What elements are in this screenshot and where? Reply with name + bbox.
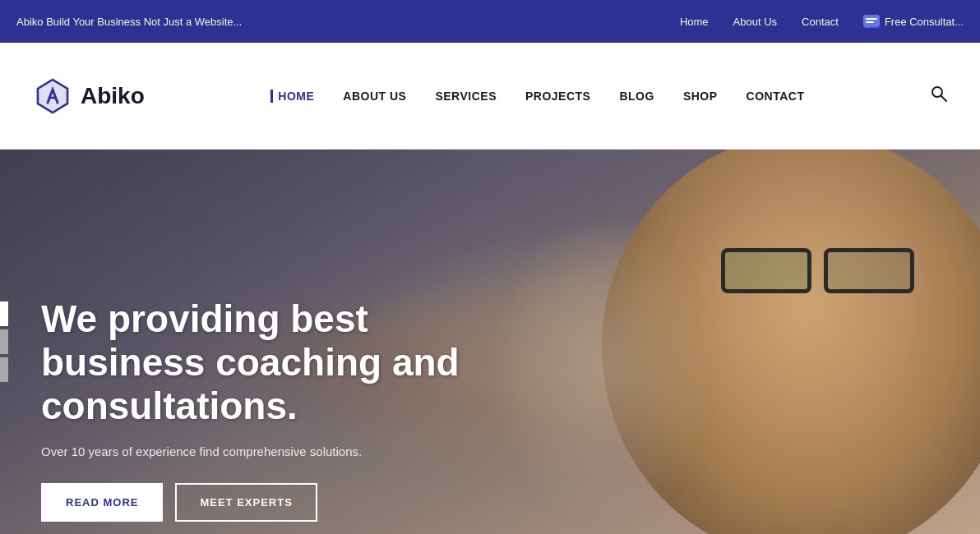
hero-title: We providing best business coaching and … xyxy=(41,297,493,428)
svg-line-8 xyxy=(941,96,946,101)
nav-link-home[interactable]: HOME xyxy=(270,90,314,103)
nav-link-blog[interactable]: BLOG xyxy=(619,90,654,103)
top-tagline: Abiko Build Your Business Not Just a Web… xyxy=(16,16,242,28)
svg-rect-3 xyxy=(866,21,874,23)
logo[interactable]: Abiko xyxy=(33,76,145,116)
free-consult-btn[interactable]: Free Consultat... xyxy=(863,15,964,28)
nav-item-about[interactable]: ABOUT US xyxy=(343,89,406,104)
top-nav-contact[interactable]: Contact xyxy=(802,16,839,28)
svg-rect-0 xyxy=(863,15,880,26)
nav-item-home[interactable]: HOME xyxy=(270,89,314,104)
top-bar: Abiko Build Your Business Not Just a Web… xyxy=(0,0,980,43)
logo-icon xyxy=(33,76,72,116)
logo-text: Abiko xyxy=(81,83,145,109)
top-nav-about[interactable]: About Us xyxy=(733,16,777,28)
meet-experts-button[interactable]: MEET EXPERTS xyxy=(175,483,317,522)
read-more-button[interactable]: READ MORE xyxy=(41,483,163,522)
hero-section: We providing best business coaching and … xyxy=(0,150,980,534)
nav-item-contact[interactable]: CONTACT xyxy=(747,89,805,104)
free-consult-label: Free Consultat... xyxy=(885,16,964,28)
nav-item-blog[interactable]: BLOG xyxy=(619,89,654,104)
svg-marker-1 xyxy=(867,26,870,28)
nav-link-shop[interactable]: SHOP xyxy=(683,90,718,103)
main-nav: Abiko HOME ABOUT US SERVICES PROJECTS BL… xyxy=(0,43,980,150)
hero-content: We providing best business coaching and … xyxy=(41,297,493,522)
search-button[interactable] xyxy=(931,85,947,106)
nav-item-shop[interactable]: SHOP xyxy=(683,89,718,104)
scroll-dot-1 xyxy=(0,302,8,326)
hero-subtitle: Over 10 years of experience find compreh… xyxy=(41,444,493,458)
nav-links: HOME ABOUT US SERVICES PROJECTS BLOG SHO… xyxy=(270,89,804,104)
scroll-dot-3 xyxy=(0,357,8,382)
nav-link-projects[interactable]: PROJECTS xyxy=(525,90,590,103)
scroll-indicator xyxy=(0,302,8,382)
nav-link-services[interactable]: SERVICES xyxy=(435,90,497,103)
chat-icon xyxy=(863,15,880,28)
top-nav-home[interactable]: Home xyxy=(680,16,709,28)
svg-marker-4 xyxy=(36,78,69,114)
svg-point-7 xyxy=(932,87,942,97)
nav-link-about[interactable]: ABOUT US xyxy=(343,90,406,103)
nav-link-contact[interactable]: CONTACT xyxy=(747,90,805,103)
nav-item-services[interactable]: SERVICES xyxy=(435,89,497,104)
hero-image-overlay xyxy=(487,150,980,534)
nav-item-projects[interactable]: PROJECTS xyxy=(525,89,590,104)
search-icon xyxy=(931,85,947,102)
top-nav-right: Home About Us Contact Free Consultat... xyxy=(680,15,964,28)
svg-rect-2 xyxy=(866,18,877,20)
hero-buttons: READ MORE MEET EXPERTS xyxy=(41,483,493,522)
scroll-dot-2 xyxy=(0,329,8,354)
